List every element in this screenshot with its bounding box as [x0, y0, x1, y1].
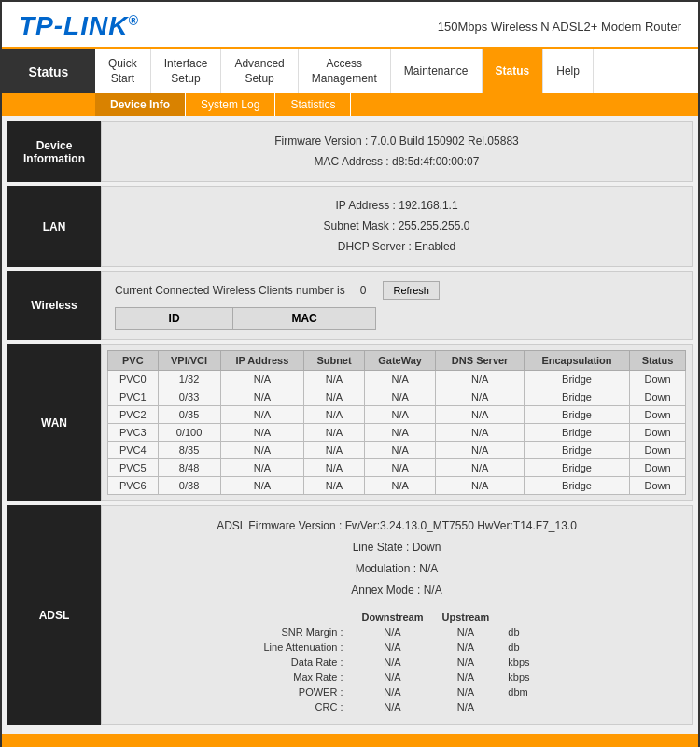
footer-bar — [2, 734, 698, 747]
adsl-stats-table: Downstream Upstream SNR Margin :N/AN/Adb… — [254, 610, 539, 714]
adsl-downstream-header: Downstream — [352, 610, 432, 625]
adsl-stat-row: Max Rate :N/AN/Akbps — [254, 669, 539, 684]
wan-col-status: Status — [630, 351, 686, 371]
navbar: Status Quick Start Interface Setup Advan… — [2, 49, 698, 93]
mac-table-header-mac: MAC — [233, 308, 376, 330]
wan-col-ip: IP Address — [220, 351, 304, 371]
wireless-clients-count: 0 — [360, 284, 367, 297]
adsl-label: ADSL — [7, 505, 101, 725]
adsl-section: ADSL ADSL Firmware Version : FwVer:3.24.… — [7, 505, 693, 725]
wireless-clients-text: Current Connected Wireless Clients numbe… — [115, 284, 345, 297]
wan-table-row: PVC60/38N/AN/AN/AN/ABridgeDown — [108, 477, 686, 495]
wireless-label: Wireless — [7, 271, 101, 340]
adsl-stat-row: Line Attenuation :N/AN/Adb — [254, 640, 539, 655]
mac-table-header-id: ID — [116, 308, 233, 330]
wan-col-gateway: GateWay — [364, 351, 436, 371]
firmware-version: Firmware Version : 7.0.0 Build 150902 Re… — [115, 132, 679, 152]
wireless-mac-table: ID MAC — [115, 307, 376, 330]
nav-item-help[interactable]: Help — [543, 49, 594, 93]
subnav-system-log[interactable]: System Log — [186, 93, 275, 116]
adsl-firmware: ADSL Firmware Version : FwVer:3.24.13.0_… — [115, 515, 679, 537]
wan-table-row: PVC10/33N/AN/AN/AN/ABridgeDown — [108, 388, 686, 406]
subnav-statistics[interactable]: Statistics — [275, 93, 351, 116]
adsl-stat-row: CRC :N/AN/A — [254, 699, 539, 714]
mac-address: MAC Address : d8:5d:4f:00:00:07 — [115, 152, 679, 173]
refresh-button[interactable]: Refresh — [383, 281, 440, 300]
lan-label: LAN — [7, 186, 101, 267]
adsl-content: ADSL Firmware Version : FwVer:3.24.13.0_… — [101, 505, 693, 725]
nav-item-interface-setup[interactable]: Interface Setup — [151, 49, 222, 93]
wan-table-row: PVC48/35N/AN/AN/AN/ABridgeDown — [108, 442, 686, 459]
content-area: Device Information Firmware Version : 7.… — [2, 116, 698, 734]
adsl-stats: Downstream Upstream SNR Margin :N/AN/Adb… — [115, 610, 679, 714]
lan-section: LAN IP Address : 192.168.1.1 Subnet Mask… — [7, 186, 693, 267]
nav-status-label: Status — [2, 49, 95, 93]
wan-col-vpivci: VPI/VCI — [158, 351, 220, 371]
adsl-stat-row: Data Rate :N/AN/Akbps — [254, 655, 539, 669]
logo: TP-LINK® — [19, 11, 139, 41]
adsl-upstream-header: Upstream — [433, 610, 499, 625]
wireless-section: Wireless Current Connected Wireless Clie… — [7, 271, 693, 340]
lan-ip: IP Address : 192.168.1.1 — [115, 196, 679, 217]
lan-content: IP Address : 192.168.1.1 Subnet Mask : 2… — [101, 186, 693, 267]
wan-col-subnet: Subnet — [304, 351, 365, 371]
adsl-line-state: Line State : Down — [115, 537, 679, 558]
subnav: Device Info System Log Statistics — [2, 93, 698, 116]
lan-dhcp: DHCP Server : Enabled — [115, 237, 679, 258]
nav-item-quick-start[interactable]: Quick Start — [95, 49, 151, 93]
nav-item-advanced-setup[interactable]: Advanced Setup — [221, 49, 298, 93]
wan-col-dns: DNS Server — [436, 351, 524, 371]
wan-table-row: PVC20/35N/AN/AN/AN/ABridgeDown — [108, 406, 686, 424]
main-window: TP-LINK® 150Mbps Wireless N ADSL2+ Modem… — [0, 0, 700, 747]
wireless-clients-row: Current Connected Wireless Clients numbe… — [115, 281, 679, 300]
nav-item-access-management[interactable]: Access Management — [299, 49, 391, 93]
wan-table-row: PVC58/48N/AN/AN/AN/ABridgeDown — [108, 459, 686, 477]
router-model: 150Mbps Wireless N ADSL2+ Modem Router — [438, 20, 681, 34]
device-info-content: Firmware Version : 7.0.0 Build 150902 Re… — [101, 121, 693, 182]
wan-content: PVC VPI/VCI IP Address Subnet GateWay DN… — [101, 344, 693, 501]
wan-table-row: PVC01/32N/AN/AN/AN/ABridgeDown — [108, 371, 686, 388]
adsl-annex-mode: Annex Mode : N/A — [115, 580, 679, 601]
wan-table-row: PVC30/100N/AN/AN/AN/ABridgeDown — [108, 424, 686, 442]
wan-label: WAN — [7, 344, 101, 501]
lan-subnet: Subnet Mask : 255.255.255.0 — [115, 217, 679, 237]
nav-items: Quick Start Interface Setup Advanced Set… — [95, 49, 698, 93]
adsl-stat-row: SNR Margin :N/AN/Adb — [254, 625, 539, 640]
subnav-device-info[interactable]: Device Info — [95, 93, 186, 116]
adsl-modulation: Modulation : N/A — [115, 558, 679, 580]
wan-col-pvc: PVC — [108, 351, 159, 371]
wan-section: WAN PVC VPI/VCI IP Address Subnet GateWa… — [7, 344, 693, 501]
device-info-label: Device Information — [7, 121, 101, 182]
nav-item-status[interactable]: Status — [483, 49, 544, 93]
wireless-content: Current Connected Wireless Clients numbe… — [101, 271, 693, 340]
adsl-stat-row: POWER :N/AN/Adbm — [254, 684, 539, 699]
nav-item-maintenance[interactable]: Maintenance — [391, 49, 483, 93]
adsl-info: ADSL Firmware Version : FwVer:3.24.13.0_… — [115, 515, 679, 600]
wan-table: PVC VPI/VCI IP Address Subnet GateWay DN… — [107, 350, 686, 495]
device-info-section: Device Information Firmware Version : 7.… — [7, 121, 693, 182]
header: TP-LINK® 150Mbps Wireless N ADSL2+ Modem… — [2, 2, 698, 49]
wan-col-encap: Encapsulation — [524, 351, 629, 371]
